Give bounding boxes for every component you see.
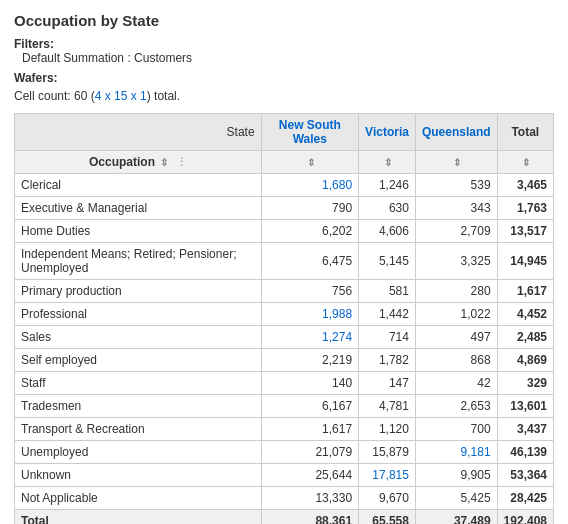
- nsw-cell: 6,202: [261, 220, 358, 243]
- total-cell: 28,425: [497, 487, 553, 510]
- filters-label: Filters:: [14, 37, 54, 51]
- occupation-cell: Primary production: [15, 280, 262, 303]
- occupation-cell: Unemployed: [15, 441, 262, 464]
- data-table: State New South Wales Victoria Queenslan…: [14, 113, 554, 524]
- occupation-cell: Executive & Managerial: [15, 197, 262, 220]
- filters-value: Default Summation : Customers: [18, 51, 192, 65]
- qld-cell: 1,022: [415, 303, 497, 326]
- vic-cell: 5,145: [359, 243, 416, 280]
- total-cell: 53,364: [497, 464, 553, 487]
- vic-cell: 17,815: [359, 464, 416, 487]
- nsw-cell: 1,988: [261, 303, 358, 326]
- total-cell: 1,617: [497, 280, 553, 303]
- nsw-sort[interactable]: ⇕: [261, 151, 358, 174]
- vic-cell: 581: [359, 280, 416, 303]
- table-row: Staff14014742329: [15, 372, 554, 395]
- total-occupation-cell: Total: [15, 510, 262, 525]
- occupation-cell: Not Applicable: [15, 487, 262, 510]
- qld-cell: 539: [415, 174, 497, 197]
- vic-cell: 1,246: [359, 174, 416, 197]
- occupation-cell: Independent Means; Retired; Pensioner; U…: [15, 243, 262, 280]
- occupation-cell: Staff: [15, 372, 262, 395]
- filters-section: Filters: Default Summation : Customers: [14, 37, 554, 65]
- occupation-cell: Home Duties: [15, 220, 262, 243]
- occupation-cell: Tradesmen: [15, 395, 262, 418]
- occupation-cell: Sales: [15, 326, 262, 349]
- table-row: Unemployed21,07915,8799,18146,139: [15, 441, 554, 464]
- nsw-cell: 1,680: [261, 174, 358, 197]
- qld-cell: 2,653: [415, 395, 497, 418]
- total-cell: 1,763: [497, 197, 553, 220]
- qld-sort-icon: ⇕: [453, 157, 461, 168]
- table-row: Independent Means; Retired; Pensioner; U…: [15, 243, 554, 280]
- total-cell: 13,517: [497, 220, 553, 243]
- qld-cell: 343: [415, 197, 497, 220]
- total-sort-icon: ⇕: [522, 157, 530, 168]
- occupation-header-row: Occupation ⇕ ⋮ ⇕ ⇕ ⇕ ⇕: [15, 151, 554, 174]
- table-row: Home Duties6,2024,6062,70913,517: [15, 220, 554, 243]
- qld-cell: 3,325: [415, 243, 497, 280]
- vic-link[interactable]: 17,815: [372, 468, 409, 482]
- cell-count-link[interactable]: 4 x 15 x 1: [95, 89, 147, 103]
- table-row: Executive & Managerial7906303431,763: [15, 197, 554, 220]
- qld-cell: 9,181: [415, 441, 497, 464]
- qld-sort[interactable]: ⇕: [415, 151, 497, 174]
- table-row: Tradesmen6,1674,7812,65313,601: [15, 395, 554, 418]
- nsw-cell: 1,274: [261, 326, 358, 349]
- occupation-cell: Transport & Recreation: [15, 418, 262, 441]
- table-row: Sales1,2747144972,485: [15, 326, 554, 349]
- wafers-section: Wafers:: [14, 71, 554, 85]
- table-row: Transport & Recreation1,6171,1207003,437: [15, 418, 554, 441]
- nsw-link[interactable]: 1,988: [322, 307, 352, 321]
- total-sort[interactable]: ⇕: [497, 151, 553, 174]
- nsw-cell: 756: [261, 280, 358, 303]
- occupation-cell: Unknown: [15, 464, 262, 487]
- qld-link[interactable]: 9,181: [461, 445, 491, 459]
- nsw-cell: 21,079: [261, 441, 358, 464]
- vic-cell: 9,670: [359, 487, 416, 510]
- occupation-header: Occupation ⇕ ⋮: [15, 151, 262, 174]
- sort-icon[interactable]: ⇕: [160, 157, 168, 168]
- total-cell: 46,139: [497, 441, 553, 464]
- qld-cell: 42: [415, 372, 497, 395]
- occupation-cell: Professional: [15, 303, 262, 326]
- col-header-nsw[interactable]: New South Wales: [261, 114, 358, 151]
- qld-cell: 9,905: [415, 464, 497, 487]
- total-cell: 4,452: [497, 303, 553, 326]
- nsw-cell: 13,330: [261, 487, 358, 510]
- col-header-vic[interactable]: Victoria: [359, 114, 416, 151]
- nsw-link[interactable]: 1,680: [322, 178, 352, 192]
- col-header-qld[interactable]: Queensland: [415, 114, 497, 151]
- nsw-cell: 140: [261, 372, 358, 395]
- vic-sort-icon: ⇕: [384, 157, 392, 168]
- wafers-label: Wafers:: [14, 71, 58, 85]
- total-cell: 4,869: [497, 349, 553, 372]
- vic-cell: 1,442: [359, 303, 416, 326]
- vic-cell: 1,782: [359, 349, 416, 372]
- total-total-cell: 192,408: [497, 510, 553, 525]
- nsw-cell: 6,475: [261, 243, 358, 280]
- qld-cell: 868: [415, 349, 497, 372]
- total-row: Total88,36165,55837,489192,408: [15, 510, 554, 525]
- table-body: Clerical1,6801,2465393,465Executive & Ma…: [15, 174, 554, 525]
- drag-icon: ⋮: [176, 156, 187, 168]
- table-row: Unknown25,64417,8159,90553,364: [15, 464, 554, 487]
- total-cell: 14,945: [497, 243, 553, 280]
- vic-cell: 4,781: [359, 395, 416, 418]
- qld-cell: 280: [415, 280, 497, 303]
- state-header: State: [15, 114, 262, 151]
- occupation-cell: Self employed: [15, 349, 262, 372]
- nsw-sort-icon: ⇕: [307, 157, 315, 168]
- total-cell: 329: [497, 372, 553, 395]
- cell-count: Cell count: 60 (4 x 15 x 1) total.: [14, 89, 554, 103]
- nsw-link[interactable]: 1,274: [322, 330, 352, 344]
- qld-cell: 700: [415, 418, 497, 441]
- qld-cell: 497: [415, 326, 497, 349]
- total-vic-cell: 65,558: [359, 510, 416, 525]
- vic-sort[interactable]: ⇕: [359, 151, 416, 174]
- occupation-header-text: Occupation: [89, 155, 155, 169]
- cell-count-suffix: ) total.: [147, 89, 180, 103]
- page-title: Occupation by State: [14, 12, 554, 29]
- total-cell: 13,601: [497, 395, 553, 418]
- nsw-cell: 790: [261, 197, 358, 220]
